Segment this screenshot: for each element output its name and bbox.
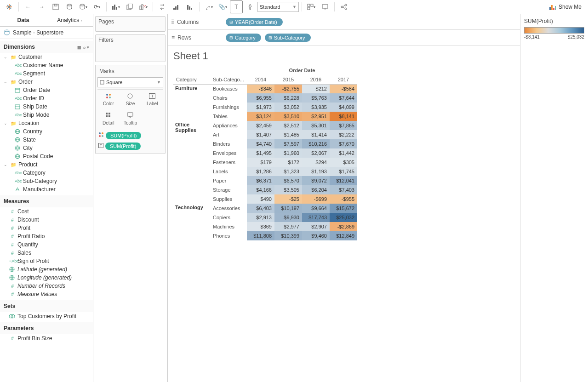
- data-cell[interactable]: $9,460: [302, 231, 330, 240]
- field-ship-date[interactable]: Ship Date: [0, 103, 93, 111]
- field-cost[interactable]: #Cost: [0, 207, 93, 216]
- clear-button[interactable]: ▾: [137, 0, 150, 13]
- field-state[interactable]: State: [0, 136, 93, 144]
- data-cell[interactable]: $7,597: [274, 139, 302, 148]
- show-me-button[interactable]: Show Me: [546, 4, 585, 10]
- field-longitude-generated-[interactable]: Longitude (generated): [0, 274, 93, 282]
- category-cell[interactable]: Technology: [173, 204, 210, 240]
- mark-pill-label[interactable]: TSUM(Profit): [98, 141, 162, 150]
- menu-icon[interactable]: ▾: [87, 45, 89, 50]
- save-button[interactable]: [49, 0, 62, 13]
- subcategory-cell[interactable]: Copiers: [210, 213, 247, 222]
- data-cell[interactable]: $11,808: [247, 231, 274, 240]
- view-icon[interactable]: ▦: [77, 45, 81, 50]
- subcategory-header[interactable]: Sub-Catego...: [210, 75, 247, 84]
- new-worksheet-button[interactable]: ▾: [77, 0, 90, 13]
- data-cell[interactable]: $6,371: [247, 176, 274, 185]
- subcategory-cell[interactable]: Chairs: [210, 93, 247, 103]
- search-icon[interactable]: ⌕: [83, 45, 86, 50]
- rows-pill-subcategory[interactable]: ⊞Sub-Category: [265, 34, 311, 42]
- group-button[interactable]: 📎▾: [216, 0, 229, 13]
- year-header-2014[interactable]: 2014: [247, 75, 274, 84]
- data-cell[interactable]: $25,032: [330, 213, 357, 222]
- data-cell[interactable]: $305: [330, 158, 357, 167]
- field-order-id[interactable]: AbcOrder ID: [0, 94, 93, 103]
- data-cell[interactable]: $6,570: [274, 176, 302, 185]
- subcategory-cell[interactable]: Accessories: [210, 204, 247, 213]
- subcategory-cell[interactable]: Envelopes: [210, 148, 247, 158]
- field-category[interactable]: AbcCategory: [0, 169, 93, 177]
- sort-asc-button[interactable]: [170, 0, 183, 13]
- data-cell[interactable]: $2,459: [247, 121, 274, 130]
- data-cell[interactable]: $2,977: [274, 222, 302, 231]
- field-sub-category[interactable]: AbcSub-Category: [0, 177, 93, 185]
- field-profit-bin-size[interactable]: #Profit Bin Size: [0, 334, 93, 342]
- data-cell[interactable]: $7,865: [330, 121, 357, 130]
- field-ship-mode[interactable]: AbcShip Mode: [0, 111, 93, 119]
- data-cell[interactable]: $294: [302, 158, 330, 167]
- category-header[interactable]: Category: [173, 75, 210, 84]
- mark-tooltip[interactable]: Tooltip: [120, 109, 142, 128]
- data-cell[interactable]: $10,216: [302, 139, 330, 148]
- subcategory-cell[interactable]: Art: [210, 130, 247, 139]
- data-cell[interactable]: $7,644: [330, 93, 357, 103]
- field-postal-code[interactable]: Postal Code: [0, 152, 93, 160]
- swap-button[interactable]: [156, 0, 169, 13]
- sheet-title[interactable]: Sheet 1: [173, 50, 514, 62]
- tab-analytics[interactable]: Analytics ◦: [46, 14, 93, 26]
- legend-gradient[interactable]: [524, 27, 584, 34]
- subcategory-cell[interactable]: Machines: [210, 222, 247, 231]
- data-cell[interactable]: $3,052: [274, 103, 302, 112]
- field-manufacturer[interactable]: Manufacturer: [0, 185, 93, 194]
- data-cell[interactable]: $1,745: [330, 167, 357, 176]
- datasource[interactable]: Sample - Superstore: [0, 27, 93, 39]
- data-cell[interactable]: $4,740: [247, 139, 274, 148]
- data-cell[interactable]: $12,849: [330, 231, 357, 240]
- data-cell[interactable]: $6,228: [274, 93, 302, 103]
- data-cell[interactable]: -$699: [302, 194, 330, 204]
- data-cell[interactable]: $1,973: [247, 103, 274, 112]
- data-cell[interactable]: $1,414: [302, 130, 330, 139]
- field-quantity[interactable]: #Quantity: [0, 240, 93, 249]
- data-cell[interactable]: -$2,951: [302, 112, 330, 121]
- data-cell[interactable]: $2,907: [302, 222, 330, 231]
- data-cell[interactable]: $2,222: [330, 130, 357, 139]
- data-cell[interactable]: $9,930: [274, 213, 302, 222]
- data-cell[interactable]: $1,407: [247, 130, 274, 139]
- folder-product[interactable]: ⌄📁Product: [0, 160, 93, 169]
- data-cell[interactable]: $4,099: [330, 103, 357, 112]
- data-cell[interactable]: $172: [274, 158, 302, 167]
- crosstab[interactable]: Order DateCategorySub-Catego...201420152…: [173, 66, 357, 240]
- field-discount[interactable]: #Discount: [0, 216, 93, 224]
- data-cell[interactable]: $10,197: [274, 204, 302, 213]
- label-toggle-button[interactable]: T: [230, 0, 243, 13]
- tab-data[interactable]: Data: [0, 14, 46, 26]
- data-cell[interactable]: $12,041: [330, 176, 357, 185]
- subcategory-cell[interactable]: Bookcases: [210, 84, 247, 93]
- data-cell[interactable]: $1,495: [247, 148, 274, 158]
- data-cell[interactable]: $7,670: [330, 139, 357, 148]
- duplicate-button[interactable]: [123, 0, 136, 13]
- show-cards-button[interactable]: ▾: [305, 0, 318, 13]
- folder-customer[interactable]: ⌄📁Customer: [0, 53, 93, 61]
- data-cell[interactable]: $1,286: [247, 167, 274, 176]
- sort-desc-button[interactable]: [183, 0, 196, 13]
- rows-shelf[interactable]: ≡ Rows ⊟Category ⊞Sub-Category: [168, 30, 520, 46]
- subcategory-cell[interactable]: Fasteners: [210, 158, 247, 167]
- data-cell[interactable]: $7,403: [330, 185, 357, 194]
- data-cell[interactable]: -$584: [330, 84, 357, 93]
- subcategory-cell[interactable]: Furnishings: [210, 103, 247, 112]
- data-cell[interactable]: $1,193: [302, 167, 330, 176]
- data-cell[interactable]: -$25: [274, 194, 302, 204]
- mark-type-select[interactable]: Square ▼: [97, 77, 163, 87]
- highlight-button[interactable]: ▾: [202, 0, 215, 13]
- columns-pill-year[interactable]: ⊞YEAR(Order Date): [226, 18, 283, 26]
- data-cell[interactable]: -$955: [330, 194, 357, 204]
- data-cell[interactable]: $15,672: [330, 204, 357, 213]
- data-cell[interactable]: $3,505: [274, 185, 302, 194]
- data-cell[interactable]: -$2,869: [330, 222, 357, 231]
- data-cell[interactable]: $6,204: [302, 185, 330, 194]
- mark-size[interactable]: Size: [120, 90, 142, 109]
- undo-button[interactable]: ←: [22, 0, 34, 13]
- data-cell[interactable]: $5,301: [302, 121, 330, 130]
